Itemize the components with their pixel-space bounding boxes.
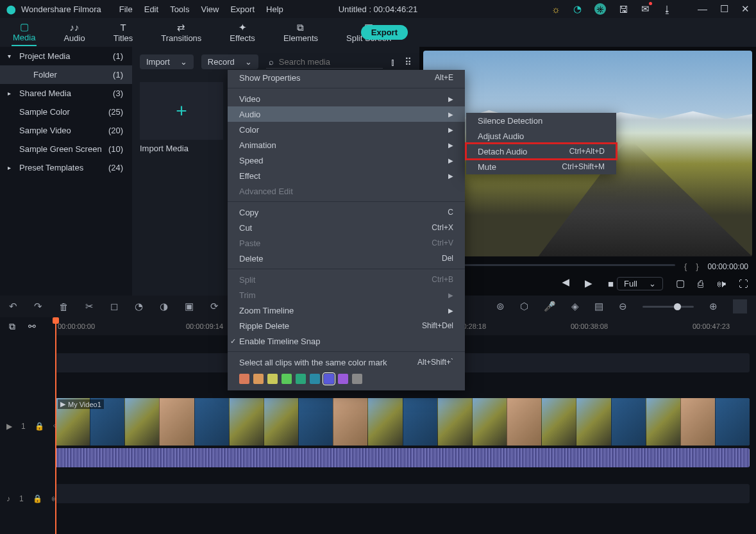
ctx-item-color[interactable]: Color▶ <box>228 122 465 137</box>
snapshot-icon[interactable]: ⎙ <box>698 278 703 289</box>
ctx-item-speed[interactable]: Speed▶ <box>228 153 465 168</box>
search-box[interactable]: ⌕ <box>266 56 383 69</box>
ctx-item-ripple-delete[interactable]: Ripple DeleteShift+Del <box>228 318 465 333</box>
fullscreen-icon[interactable]: ⛶ <box>739 278 748 289</box>
timeline-track-empty[interactable] <box>55 484 750 503</box>
tab-elements[interactable]: ⧉Elements <box>282 20 319 46</box>
ctx-item-delete[interactable]: DeleteDel <box>228 251 465 266</box>
sidebar-item-folder[interactable]: Folder(1) <box>0 65 132 84</box>
quality-select[interactable]: Full⌄ <box>617 277 663 290</box>
ctx-item-zoom-timeline[interactable]: Zoom Timeline▶ <box>228 303 465 318</box>
timeline-view-toggle[interactable] <box>733 299 747 313</box>
close-icon[interactable]: ✕ <box>741 3 750 15</box>
color-swatch[interactable] <box>239 374 249 384</box>
manage-tracks-icon[interactable]: ⧉ <box>9 321 15 332</box>
menu-help[interactable]: Help <box>266 4 283 14</box>
zoom-in-icon[interactable]: ⊕ <box>709 301 718 312</box>
tab-titles[interactable]: TTitles <box>112 20 135 46</box>
tab-audio[interactable]: ♪♪Audio <box>62 20 86 46</box>
redo-icon[interactable]: ↷ <box>34 301 42 312</box>
download-icon[interactable]: ⭳ <box>662 4 672 15</box>
filter-icon[interactable]: ⫿ <box>391 56 396 68</box>
render-icon[interactable]: ⟳ <box>210 301 219 312</box>
stop-button-icon[interactable]: ■ <box>608 278 614 289</box>
export-button[interactable]: Export <box>361 25 408 40</box>
lock-icon[interactable]: 🔒 <box>33 494 42 503</box>
sidebar-item-preset-templates[interactable]: ▸Preset Templates(24) <box>0 158 132 177</box>
project-title: Untitled : 00:04:46:21 <box>339 4 418 14</box>
marker-icon[interactable]: ⬡ <box>520 301 528 312</box>
zoom-slider[interactable] <box>643 306 694 308</box>
import-dropdown[interactable]: Import⌄ <box>140 54 194 69</box>
color-swatch[interactable] <box>352 374 362 384</box>
play-icon[interactable]: ▶ <box>585 278 592 289</box>
tab-transitions[interactable]: ⇄Transitions <box>160 20 203 46</box>
split-icon[interactable]: ✂ <box>85 301 94 312</box>
sidebar-item-sample-video[interactable]: Sample Video(20) <box>0 121 132 140</box>
sidebar-item-project-media[interactable]: ▾Project Media(1) <box>0 47 132 65</box>
color-swatch[interactable] <box>281 374 292 384</box>
mark-out-button[interactable]: } <box>696 262 698 271</box>
ctx-item-effect[interactable]: Effect▶ <box>228 168 465 183</box>
ctx-item-show-properties[interactable]: Show PropertiesAlt+E <box>228 70 465 85</box>
lock-icon[interactable]: 🔒 <box>35 422 44 431</box>
color-icon[interactable]: ◑ <box>160 301 168 312</box>
submenu-item-detach-audio[interactable]: Detach AudioCtrl+Alt+D <box>466 144 616 159</box>
grid-icon[interactable]: ⠿ <box>405 56 412 68</box>
playhead[interactable] <box>55 317 56 534</box>
video-clip[interactable]: ▶ My Video1 <box>55 398 750 446</box>
ctx-item-animation[interactable]: Animation▶ <box>228 137 465 153</box>
ctx-item-copy[interactable]: CopyC <box>228 204 465 220</box>
save-icon[interactable]: 🖫 <box>619 4 628 15</box>
menu-export[interactable]: Export <box>230 4 255 14</box>
ctx-item-select-all-clips-with-the-same-color-mark[interactable]: Select all clips with the same color mar… <box>228 355 465 370</box>
mixer-icon[interactable]: ⊚ <box>496 301 505 312</box>
sidebar-item-sample-color[interactable]: Sample Color(25) <box>0 103 132 121</box>
maximize-icon[interactable]: ☐ <box>720 3 728 15</box>
menu-edit[interactable]: Edit <box>144 4 158 14</box>
color-swatch[interactable] <box>296 374 306 384</box>
delete-icon[interactable]: 🗑 <box>59 301 69 312</box>
keyframe-icon[interactable]: ◈ <box>571 301 579 312</box>
ctx-item-enable-timeline-snap[interactable]: ✓Enable Timeline Snap <box>228 333 465 349</box>
zoom-out-icon[interactable]: ⊖ <box>619 301 627 312</box>
submenu-item-mute[interactable]: MuteCtrl+Shift+M <box>466 159 616 174</box>
menu-view[interactable]: View <box>201 4 219 14</box>
sidebar-item-shared-media[interactable]: ▸Shared Media(3) <box>0 84 132 103</box>
stop-icon[interactable]: ▶ <box>562 278 569 289</box>
support-icon[interactable]: ◔ <box>573 3 582 15</box>
audio-clip[interactable] <box>55 448 750 467</box>
account-avatar-icon[interactable]: ⛯ <box>594 3 606 15</box>
ctx-item-audio[interactable]: Audio▶ <box>228 106 465 122</box>
mark-in-button[interactable]: { <box>684 262 687 271</box>
record-dropdown[interactable]: Record⌄ <box>201 54 258 69</box>
color-swatch[interactable] <box>324 374 334 384</box>
ctx-item-cut[interactable]: CutCtrl+X <box>228 220 465 235</box>
message-icon[interactable]: ✉ <box>641 3 650 15</box>
record-voice-icon[interactable]: 🎤 <box>544 301 556 312</box>
color-swatch[interactable] <box>253 374 264 384</box>
tab-effects[interactable]: ✦Effects <box>228 20 256 46</box>
sidebar-item-sample-green-screen[interactable]: Sample Green Screen(10) <box>0 140 132 158</box>
link-icon[interactable]: ⚯ <box>28 321 36 331</box>
ctx-item-video[interactable]: Video▶ <box>228 91 465 106</box>
display-icon[interactable]: ▢ <box>676 278 685 289</box>
menu-tools[interactable]: Tools <box>170 4 189 14</box>
tab-media[interactable]: ▢Media <box>12 19 37 46</box>
undo-icon[interactable]: ↶ <box>9 301 17 312</box>
crop-icon[interactable]: ◻ <box>110 301 118 312</box>
color-swatch[interactable] <box>310 374 320 384</box>
volume-icon[interactable]: 🕪 <box>716 278 726 289</box>
color-swatch[interactable] <box>338 374 348 384</box>
speed-icon[interactable]: ◔ <box>135 301 143 312</box>
import-media-tile[interactable]: + <box>140 82 223 140</box>
search-input[interactable] <box>279 57 380 67</box>
submenu-item-silence-detection[interactable]: Silence Detection <box>466 113 616 128</box>
greenscreen-icon[interactable]: ▣ <box>185 301 194 312</box>
idea-icon[interactable]: ☼ <box>551 4 560 15</box>
snap-icon[interactable]: ▤ <box>594 301 603 312</box>
submenu-item-adjust-audio[interactable]: Adjust Audio <box>466 128 616 144</box>
menu-file[interactable]: File <box>119 4 133 14</box>
minimize-icon[interactable]: — <box>698 3 707 15</box>
color-swatch[interactable] <box>267 374 278 384</box>
